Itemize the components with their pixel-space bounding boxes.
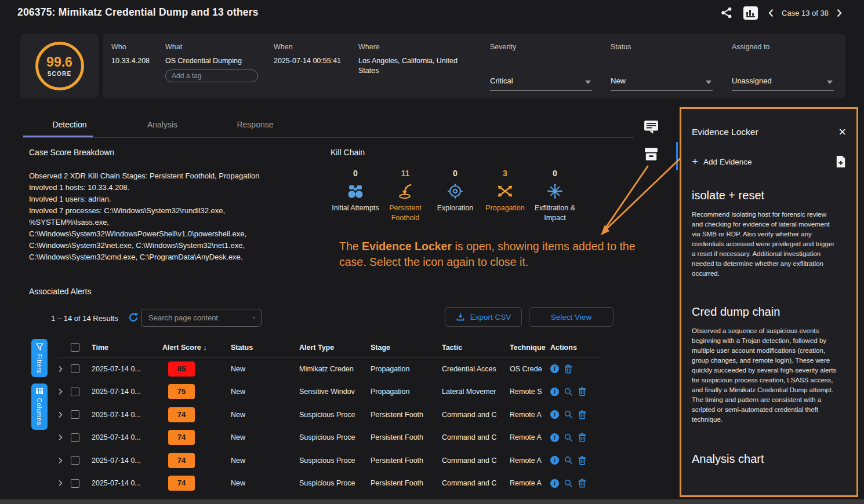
propagation-arrows-icon — [496, 184, 514, 199]
refresh-button[interactable] — [128, 312, 139, 323]
expand-row-button[interactable] — [58, 366, 71, 372]
tab-analysis[interactable]: Analysis — [116, 113, 209, 137]
info-icon[interactable]: i — [550, 410, 559, 419]
bar-chart-icon — [746, 9, 756, 17]
severity-dropdown[interactable]: Severity Critical — [490, 43, 592, 51]
add-tag-input[interactable] — [165, 70, 258, 82]
expand-row-button[interactable] — [58, 480, 71, 487]
row-checkbox[interactable] — [71, 433, 79, 442]
select-view-button[interactable]: Select View — [529, 307, 613, 327]
expand-row-button[interactable] — [58, 411, 71, 418]
status-dropdown[interactable]: Status New — [611, 43, 713, 51]
stage-count: 0 — [430, 169, 480, 178]
select-all-checkbox[interactable] — [71, 343, 79, 352]
tab-response[interactable]: Response — [209, 113, 302, 137]
column-technique[interactable]: Technique — [510, 344, 550, 352]
expand-row-button[interactable] — [58, 457, 71, 464]
cell-alert-type: Suspicious Proce — [299, 433, 371, 441]
sort-descending-icon[interactable]: ↓ — [203, 344, 206, 352]
expand-row-button[interactable] — [58, 434, 71, 441]
breakdown-line: C:\Windows\System32\net.exe, C:\Windows\… — [29, 240, 331, 251]
annotation-text: The Evidence Locker is open, showing ite… — [339, 239, 662, 270]
table-row[interactable]: 2025-07-14 0... 85 New Mimikatz Creden P… — [58, 357, 602, 381]
kill-chain: Kill Chain 0 Initial Attempts 11 — [331, 148, 581, 223]
column-time[interactable]: Time — [92, 344, 162, 352]
filters-button[interactable]: Filters — [31, 339, 48, 377]
cell-technique: Remote A — [510, 479, 550, 487]
expand-row-button[interactable] — [58, 388, 71, 395]
alert-score-badge: 85 — [168, 361, 195, 377]
info-icon[interactable]: i — [550, 479, 559, 488]
case-chart-button[interactable] — [743, 6, 758, 20]
row-checkbox[interactable] — [71, 388, 79, 396]
row-checkbox[interactable] — [71, 479, 79, 488]
previous-case-button[interactable] — [768, 9, 774, 17]
severity-label: Severity — [490, 43, 592, 51]
when-label: When — [274, 43, 341, 51]
table-row[interactable]: 2025-07-14 0... 74 New Suspicious Proce … — [58, 472, 602, 495]
table-row[interactable]: 2025-07-14 0... 75 New Sensitive Windov … — [58, 381, 602, 404]
associated-alerts-title: Associated Alerts — [29, 287, 91, 296]
table-row[interactable]: 2025-07-14 0... 74 New Suspicious Proce … — [58, 426, 602, 450]
stage-count: 0 — [331, 169, 380, 178]
search-action-icon[interactable] — [564, 433, 573, 442]
where-label: Where — [358, 43, 477, 51]
column-stage[interactable]: Stage — [371, 344, 442, 352]
search-action-icon[interactable] — [564, 479, 573, 488]
column-tactic[interactable]: Tactic — [442, 344, 510, 352]
info-icon[interactable]: i — [550, 456, 559, 465]
column-alert-type[interactable]: Alert Type — [299, 344, 371, 352]
breakdown-line: Observed 2 XDR Kill Chain Stages: Persis… — [29, 170, 331, 182]
column-status[interactable]: Status — [231, 344, 299, 352]
evidence-item-heading: isolate + reset — [692, 189, 846, 202]
table-row[interactable]: 2025-07-14 0... 74 New Suspicious Proce … — [58, 403, 602, 426]
info-icon[interactable]: i — [550, 364, 559, 373]
search-icon[interactable] — [253, 313, 255, 323]
cell-time: 2025-07-14 0... — [92, 411, 162, 419]
stage-persistent-foothold: 11 Persistent Foothold — [380, 169, 430, 223]
chevron-down-icon — [585, 81, 591, 84]
evidence-locker-button[interactable] — [644, 147, 659, 163]
cell-alert-type: Mimikatz Creden — [299, 365, 371, 373]
column-alert-score[interactable]: Alert Score ↓ — [162, 344, 231, 352]
cell-time: 2025-07-14 0... — [92, 433, 162, 441]
table-row[interactable]: 2025-07-14 0... 74 New Suspicious Proce … — [58, 449, 602, 472]
scrollbar-thumb[interactable] — [676, 142, 678, 170]
cell-status: New — [231, 456, 299, 465]
cell-time: 2025-07-14 0... — [92, 479, 162, 487]
add-document-button[interactable] — [836, 155, 846, 168]
delete-icon[interactable] — [578, 387, 586, 396]
search-action-icon[interactable] — [564, 388, 573, 396]
row-checkbox[interactable] — [71, 364, 79, 373]
comments-panel-button[interactable] — [644, 120, 659, 136]
close-icon[interactable]: × — [838, 126, 846, 138]
info-icon[interactable]: i — [550, 388, 559, 396]
stage-exfiltration-impact: 0 Exfiltration & Impact — [530, 169, 580, 223]
row-checkbox[interactable] — [71, 410, 79, 419]
evidence-locker-icon — [644, 147, 659, 162]
search-input[interactable] — [141, 313, 253, 322]
next-case-button[interactable] — [837, 9, 842, 17]
delete-icon[interactable] — [578, 433, 586, 442]
cell-technique: OS Crede — [510, 365, 550, 373]
share-button[interactable] — [720, 6, 733, 19]
delete-icon[interactable] — [564, 364, 572, 374]
search-action-icon[interactable] — [564, 456, 573, 465]
filters-label: Filters — [36, 354, 43, 373]
alerts-table: Time Alert Score ↓ Status Alert Type Sta… — [58, 338, 602, 495]
columns-button[interactable]: Columns — [31, 384, 48, 430]
info-icon[interactable]: i — [550, 433, 559, 442]
export-csv-button[interactable]: Export CSV — [445, 307, 522, 327]
delete-icon[interactable] — [578, 456, 586, 465]
search-action-icon[interactable] — [564, 410, 573, 419]
field-what: What OS Credential Dumping — [165, 43, 258, 82]
download-icon — [456, 312, 465, 322]
tab-detection[interactable]: Detection — [23, 113, 116, 137]
row-checkbox[interactable] — [71, 456, 79, 465]
assigned-to-dropdown[interactable]: Assigned to Unassigned — [732, 43, 834, 51]
chevron-right-icon — [58, 388, 63, 395]
cell-status: New — [231, 433, 299, 441]
delete-icon[interactable] — [578, 410, 586, 419]
delete-icon[interactable] — [578, 479, 586, 488]
add-evidence-button[interactable]: + Add Evidence — [692, 155, 752, 168]
